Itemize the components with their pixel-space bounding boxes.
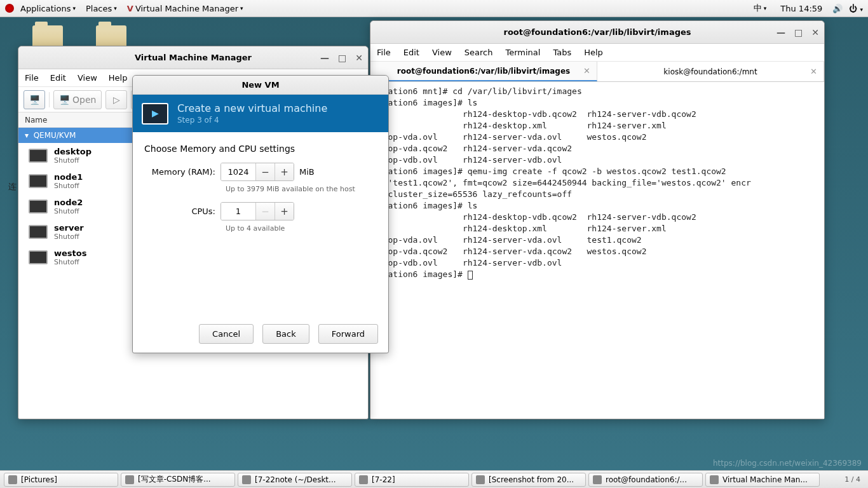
watermark: https://blog.csdn.net/weixin_42369389 [713,459,862,468]
terminal-tabs: root@foundation6:/var/lib/libvirt/images… [370,62,824,82]
gnome-topbar: Applications ▾ Places ▾ VVirtual Machine… [0,0,868,17]
app-icon [593,475,602,484]
monitor-icon [29,225,48,239]
taskbar-item[interactable]: Virtual Machine Man... [705,473,820,487]
terminal-tab-1[interactable]: root@foundation6:/var/lib/libvirt/images… [370,62,597,81]
section-heading: Choose Memory and CPU settings [144,144,377,154]
taskbar-item[interactable]: [7-22] [355,473,469,487]
vm-name: westos [54,248,86,258]
open-vm-button[interactable]: 🖥️ Open [53,90,102,109]
vm-state: Shutoff [54,156,92,165]
menu-help[interactable]: Help [584,48,603,57]
menu-tabs[interactable]: Tabs [553,48,571,57]
vm-state: Shutoff [54,258,86,266]
app-icon [476,475,485,484]
maximize-button[interactable]: □ [338,53,346,63]
ime-indicator[interactable]: 中 ▾ [750,1,771,16]
appmenu[interactable]: VVirtual Machine Manager ▾ [123,2,247,15]
taskbar: [Pictures][写文章-CSDN博客...[7-22note (~/Des… [0,470,868,488]
cpu-increment[interactable]: + [275,203,294,220]
taskbar-item[interactable]: [写文章-CSDN博客... [121,473,235,487]
menu-terminal[interactable]: Terminal [505,48,540,57]
cancel-button[interactable]: Cancel [199,324,254,344]
terminal-tab-2[interactable]: kiosk@foundation6:/mnt✕ [597,62,824,81]
memory-input[interactable] [221,163,255,180]
menu-view[interactable]: View [432,48,452,57]
terminal-menubar: File Edit View Search Terminal Tabs Help [370,44,824,62]
memory-hint: Up to 3979 MiB available on the host [226,185,377,193]
memory-spinbox: − + [220,163,294,181]
cpu-spinbox: − + [220,202,294,220]
dialog-titlebar[interactable]: New VM [133,76,388,95]
places-menu[interactable]: Places ▾ [82,2,121,15]
app-icon [8,475,17,484]
terminal-body[interactable]: undation6 mnt]# cd /var/lib/libvirt/imag… [370,82,824,419]
terminal-window: root@foundation6:/var/lib/libvirt/images… [370,20,825,419]
monitor-icon [29,149,48,163]
monitor-icon [29,250,48,264]
vm-name: node1 [54,172,83,182]
memory-decrement[interactable]: − [255,163,275,180]
wizard-headline: Create a new virtual machine [177,102,327,114]
terminal-titlebar[interactable]: root@foundation6:/var/lib/libvirt/images… [370,21,824,44]
menu-view[interactable]: View [78,73,97,83]
app-icon [242,475,251,484]
desktop-label-truncated: 连 [8,181,17,193]
run-button[interactable]: ▷ [105,90,127,109]
forward-button[interactable]: Forward [318,324,378,344]
vm-icon [142,103,168,125]
close-button[interactable]: ✕ [811,27,819,37]
vm-state: Shutoff [54,182,83,190]
menu-edit[interactable]: Edit [50,73,66,83]
vmm-titlebar[interactable]: Virtual Machine Manager — □ ✕ [18,46,368,69]
power-icon[interactable]: ⏻ ▾ [849,4,863,13]
minimize-button[interactable]: — [320,53,329,63]
cpu-decrement: − [255,203,275,220]
minimize-button[interactable]: — [776,27,785,37]
app-icon [125,475,134,484]
clock[interactable]: Thu 14:59 [776,2,826,15]
app-icon [710,475,719,484]
close-button[interactable]: ✕ [355,53,363,63]
vmm-title: Virtual Machine Manager [135,53,252,62]
menu-edit[interactable]: Edit [403,48,419,57]
volume-icon[interactable]: 🔊 [832,4,843,13]
vm-state: Shutoff [54,233,84,241]
wizard-header: Create a new virtual machine Step 3 of 4 [133,95,388,132]
terminal-cursor [468,271,473,280]
dialog-title: New VM [241,80,279,90]
workspace-pager[interactable]: 1 / 4 [841,475,864,484]
applications-menu[interactable]: Applications ▾ [17,2,79,15]
taskbar-item[interactable]: root@foundation6:/... [588,473,703,487]
taskbar-item[interactable]: [Screenshot from 20... [471,473,586,487]
app-icon [359,475,368,484]
vm-name: server [54,223,84,233]
monitor-icon [29,174,48,188]
taskbar-item[interactable]: [Pictures] [4,473,118,487]
new-vm-button[interactable]: 🖥️ [24,90,45,109]
cpu-input[interactable] [221,203,255,220]
cpu-hint: Up to 4 available [226,224,377,233]
terminal-title: root@foundation6:/var/lib/libvirt/images [503,27,691,37]
menu-help[interactable]: Help [109,73,128,83]
memory-unit: MiB [299,167,315,177]
menu-search[interactable]: Search [465,48,493,57]
close-icon[interactable]: ✕ [810,67,817,76]
back-button[interactable]: Back [262,324,309,344]
menu-file[interactable]: File [25,73,39,83]
memory-label: Memory (RAM): [144,167,220,177]
vm-state: Shutoff [54,207,83,215]
memory-increment[interactable]: + [275,163,294,180]
close-icon[interactable]: ✕ [583,66,590,76]
new-vm-dialog: New VM Create a new virtual machine Step… [132,75,389,353]
distro-icon [5,4,14,13]
taskbar-item[interactable]: [7-22note (~/Deskt... [238,473,352,487]
monitor-icon [29,200,48,214]
menu-file[interactable]: File [377,48,391,57]
cpu-label: CPUs: [144,207,220,216]
vm-name: desktop [54,147,92,156]
maximize-button[interactable]: □ [794,27,803,37]
vm-name: node2 [54,198,83,207]
wizard-step: Step 3 of 4 [177,116,327,125]
